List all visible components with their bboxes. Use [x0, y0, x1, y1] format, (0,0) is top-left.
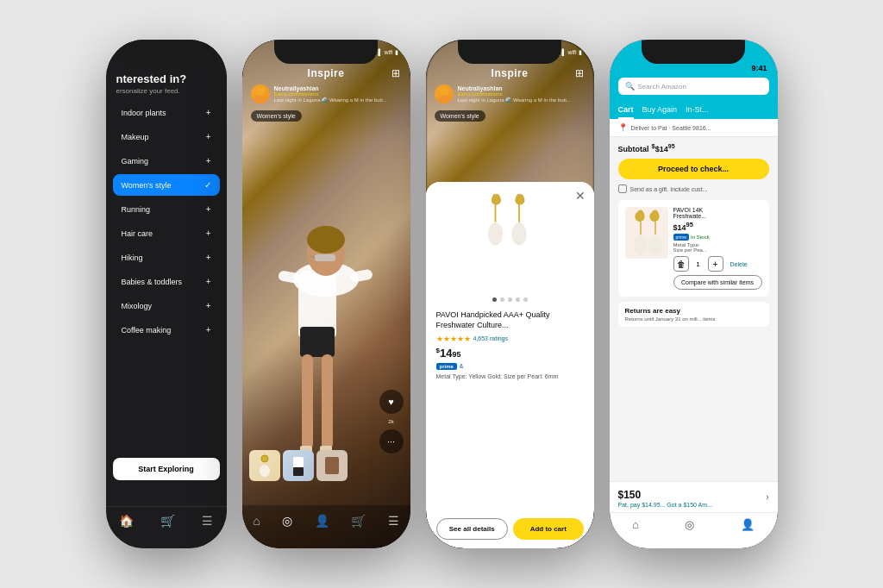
returns-text: Returns until January 31 on mill... item…: [625, 316, 762, 322]
product-actions: 🗑 1 + Delete: [673, 256, 762, 272]
inspire-footer-icon[interactable]: ◎: [685, 518, 694, 531]
interest-item-icon: +: [206, 156, 211, 166]
svg-point-20: [440, 87, 448, 96]
scene: nterested in? ersonalize your feed. Indo…: [0, 0, 883, 588]
cart-content: Subtotal $$1495 Proceed to check... Send…: [610, 137, 778, 481]
interest-item[interactable]: Babies & toddlers+: [113, 271, 220, 292]
tab-in-store[interactable]: In-St...: [686, 102, 709, 119]
tab-buy-again[interactable]: Buy Again: [642, 102, 678, 119]
prime-indicator: prime &: [436, 363, 584, 370]
profile-nav-icon[interactable]: 👤: [315, 514, 329, 528]
product-thumbnail: [625, 207, 668, 259]
interest-item[interactable]: Hair care+: [113, 222, 220, 244]
add-to-cart-button[interactable]: Add to cart: [513, 518, 584, 540]
tab-cart[interactable]: Cart: [618, 102, 634, 119]
start-exploring-button[interactable]: Start Exploring: [113, 458, 220, 480]
delivery-info: 📍 Deliver to Pat · Seattle 9816...: [610, 119, 778, 137]
quantity-decrease-button[interactable]: 🗑: [673, 256, 689, 272]
interest-item[interactable]: Women's style✓: [113, 174, 220, 196]
profile-footer-icon[interactable]: 👤: [741, 518, 755, 531]
svg-rect-19: [325, 457, 339, 474]
inspire-nav-icon[interactable]: ◎: [282, 514, 292, 528]
cart-status-bar: 9:41: [610, 40, 778, 72]
cart-icon[interactable]: 🛒: [160, 514, 175, 528]
inspire-title-p3: Inspire: [492, 67, 529, 79]
status-time-p3: 9:41: [535, 48, 550, 57]
cart-nav-icon[interactable]: 🛒: [351, 514, 366, 528]
dot-3: [508, 297, 512, 302]
interest-item-label: Gaming: [122, 157, 149, 166]
interest-item-icon: +: [206, 301, 211, 310]
home-nav-icon[interactable]: ⌂: [253, 514, 260, 528]
svg-point-15: [261, 455, 268, 462]
search-input[interactable]: 🔍 Search Amazon: [618, 78, 769, 95]
see-details-button[interactable]: See all details: [436, 518, 509, 540]
price-cents: 95: [452, 350, 460, 359]
more-button[interactable]: ···: [379, 429, 404, 454]
earring-image-svg: [475, 191, 544, 285]
menu-icon[interactable]: ☰: [202, 514, 213, 528]
pay-text: Pat, pay $14.95... Got a $150 Am...: [618, 502, 712, 508]
modal-action-buttons: See all details Add to cart: [426, 511, 594, 548]
svg-point-1: [253, 96, 268, 103]
checkout-button[interactable]: Proceed to check...: [618, 159, 769, 179]
svg-rect-6: [322, 354, 333, 449]
style-tag-p3[interactable]: Women's style: [435, 110, 485, 122]
menu-nav-icon[interactable]: ☰: [388, 514, 399, 528]
phone-inspire-feed: 9:41 ▌▌▌ wifi ▮ Inspire ⊞: [242, 40, 410, 548]
phone-interests: nterested in? ersonalize your feed. Indo…: [106, 40, 227, 548]
delete-button[interactable]: Delete: [730, 261, 748, 267]
grid-icon[interactable]: ⊞: [391, 67, 400, 79]
cart-bottom-nav: ⌂ ◎ 👤: [610, 512, 778, 548]
home-icon[interactable]: 🏠: [119, 514, 134, 528]
interest-item-label: Women's style: [122, 181, 172, 190]
product-modal: ✕: [426, 182, 594, 548]
gift-checkbox[interactable]: [618, 185, 627, 193]
search-icon: 🔍: [625, 82, 635, 91]
interest-item-icon: +: [206, 277, 211, 286]
signal-icon-p3: ▌▌▌: [553, 49, 566, 56]
inspire-header: Inspire ⊞: [242, 67, 410, 79]
product-info: PAVOI Handpicked AAA+ Quality Freshwater…: [426, 305, 594, 511]
compare-button[interactable]: Compare with similar items: [673, 275, 762, 290]
subtotal-cents: 95: [668, 143, 675, 149]
phone-inspire-modal: 9:41 ▌▌▌ wifi ▮ Inspire ⊞: [426, 40, 594, 548]
interest-item[interactable]: Coffee making+: [113, 319, 220, 341]
signal-icon: ▌▌▌: [369, 49, 382, 56]
gift-option: Send as a gift. Include cust...: [618, 185, 769, 193]
svg-point-0: [256, 87, 265, 96]
search-bar[interactable]: 🔍 Search Amazon: [610, 72, 778, 102]
user-bar: Neutrallyashlan Earns commissions Last n…: [251, 84, 402, 103]
modal-close-button[interactable]: ✕: [575, 189, 586, 203]
pay-amount: $150: [618, 489, 642, 501]
wifi-icon-p3: wifi: [567, 49, 576, 56]
quantity-increase-button[interactable]: +: [708, 256, 723, 272]
svg-point-22: [488, 223, 503, 246]
cart-time: 9:41: [751, 64, 767, 72]
subtotal-display: Subtotal $$1495: [618, 142, 769, 153]
svg-point-16: [260, 465, 270, 477]
status-time: 9:41: [351, 48, 366, 57]
grid-icon-p3[interactable]: ⊞: [575, 67, 584, 79]
style-tag[interactable]: Women's style: [251, 110, 302, 122]
home-footer-icon[interactable]: ⌂: [632, 518, 639, 531]
in-stock-label: In Stock: [691, 235, 710, 240]
interest-item[interactable]: Mixology+: [113, 295, 220, 316]
svg-rect-5: [302, 354, 313, 449]
interest-item-icon: +: [206, 253, 211, 262]
cart-earring-svg: [628, 209, 666, 257]
interest-item-icon: +: [206, 325, 211, 335]
interest-item[interactable]: Indoor plants+: [113, 102, 220, 123]
interest-item-label: Indoor plants: [122, 109, 166, 117]
interest-item[interactable]: Running+: [113, 198, 220, 220]
interest-item[interactable]: Gaming+: [113, 150, 220, 172]
earring-thumb[interactable]: [249, 450, 280, 481]
extra-thumb[interactable]: [316, 450, 348, 481]
inspire-header-p3: Inspire ⊞: [426, 67, 594, 79]
outfit-thumb[interactable]: [283, 450, 314, 481]
like-button[interactable]: ♥: [379, 390, 404, 414]
interest-item-label: Running: [122, 205, 151, 214]
inspire-title: Inspire: [308, 67, 345, 79]
interest-item[interactable]: Hiking+: [113, 247, 220, 268]
interest-item[interactable]: Makeup+: [113, 126, 220, 147]
